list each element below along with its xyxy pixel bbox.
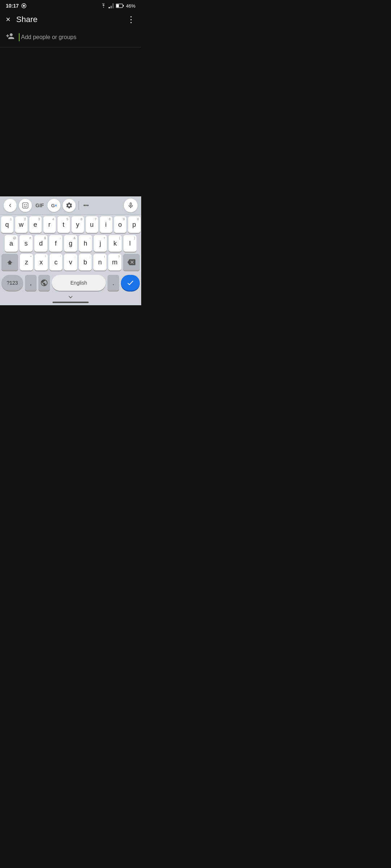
key-n[interactable]: n! <box>93 254 106 271</box>
space-key[interactable]: English <box>52 275 106 291</box>
battery-percent: 46% <box>126 3 135 9</box>
key-m[interactable]: m? <box>108 254 121 271</box>
key-e[interactable]: e3 <box>29 216 42 233</box>
key-row-3: z* x" c' v: b; n! m? <box>1 254 140 271</box>
key-c[interactable]: c' <box>50 254 63 271</box>
header: × Share ⋮ <box>0 10 141 29</box>
mic-button[interactable] <box>124 199 138 212</box>
key-d[interactable]: d$ <box>34 235 47 252</box>
key-p[interactable]: p0 <box>128 216 140 233</box>
battery-icon <box>116 3 124 8</box>
key-y[interactable]: y6 <box>72 216 84 233</box>
svg-marker-4 <box>112 3 114 8</box>
status-left: 10:17 <box>6 3 27 9</box>
key-g[interactable]: g& <box>64 235 77 252</box>
svg-point-14 <box>24 204 25 205</box>
key-x[interactable]: x" <box>35 254 48 271</box>
enter-key[interactable] <box>121 275 140 291</box>
gif-button[interactable]: GIF <box>34 200 45 210</box>
svg-point-15 <box>26 204 27 205</box>
key-a[interactable]: a@ <box>5 235 18 252</box>
key-b[interactable]: b; <box>79 254 92 271</box>
key-i[interactable]: i8 <box>100 216 112 233</box>
home-indicator <box>0 300 141 305</box>
page-title: Share <box>16 15 127 24</box>
sticker-button[interactable] <box>19 199 32 212</box>
key-u[interactable]: u7 <box>86 216 98 233</box>
globe-key[interactable] <box>38 275 50 291</box>
add-person-icon <box>6 32 14 43</box>
key-rows: q1 w2 e3 r4 t5 y6 u7 i8 o9 p0 a@ s# d$ f… <box>0 215 141 273</box>
home-bar <box>52 302 89 303</box>
svg-rect-7 <box>116 4 119 7</box>
svg-rect-6 <box>123 5 124 7</box>
search-placeholder: Add people or groups <box>21 34 76 41</box>
keyboard-settings-button[interactable] <box>63 199 76 212</box>
svg-rect-13 <box>23 203 28 208</box>
status-bar: 10:17 <box>0 0 141 10</box>
numbers-key[interactable]: ?123 <box>1 275 23 291</box>
toolbar-separator <box>79 201 79 210</box>
text-cursor <box>19 33 20 41</box>
more-toolbar-button[interactable]: ••• <box>82 200 90 210</box>
key-row-2: a@ s# d$ f- g& h- j+ k( l) <box>1 235 140 252</box>
key-r[interactable]: r4 <box>43 216 56 233</box>
status-time: 10:17 <box>6 3 19 9</box>
shift-key[interactable] <box>1 254 18 271</box>
svg-marker-3 <box>110 6 112 8</box>
close-button[interactable]: × <box>6 15 10 24</box>
search-input[interactable]: Add people or groups <box>19 33 135 41</box>
key-v[interactable]: v: <box>64 254 77 271</box>
comma-key[interactable]: , <box>25 275 37 291</box>
status-right: 46% <box>101 3 135 9</box>
key-h[interactable]: h- <box>79 235 92 252</box>
keyboard-bottom-row: ?123 , English . <box>0 273 141 293</box>
keyboard-dismiss-button[interactable] <box>0 293 141 300</box>
translate-button[interactable]: G× <box>47 199 60 212</box>
signal-icon <box>109 3 114 8</box>
key-k[interactable]: k( <box>109 235 122 252</box>
key-l[interactable]: l) <box>123 235 136 252</box>
key-q[interactable]: q1 <box>1 216 13 233</box>
svg-marker-2 <box>109 7 110 9</box>
key-f[interactable]: f- <box>49 235 62 252</box>
key-o[interactable]: o9 <box>114 216 126 233</box>
key-s[interactable]: s# <box>20 235 33 252</box>
key-z[interactable]: z* <box>20 254 33 271</box>
keyboard-back-button[interactable] <box>4 199 17 212</box>
search-row: Add people or groups <box>0 29 141 47</box>
notification-icon <box>21 3 27 9</box>
app-container: 10:17 <box>0 0 141 305</box>
keyboard-toolbar: GIF G× ••• <box>0 196 141 215</box>
key-w[interactable]: w2 <box>15 216 28 233</box>
keyboard: GIF G× ••• q1 w2 <box>0 196 141 305</box>
svg-point-1 <box>23 5 25 7</box>
backspace-key[interactable] <box>123 254 140 271</box>
key-j[interactable]: j+ <box>94 235 107 252</box>
key-t[interactable]: t5 <box>58 216 70 233</box>
key-row-1: q1 w2 e3 r4 t5 y6 u7 i8 o9 p0 <box>1 216 140 233</box>
period-key[interactable]: . <box>108 275 119 291</box>
more-options-button[interactable]: ⋮ <box>127 14 135 25</box>
wifi-icon <box>101 3 106 8</box>
